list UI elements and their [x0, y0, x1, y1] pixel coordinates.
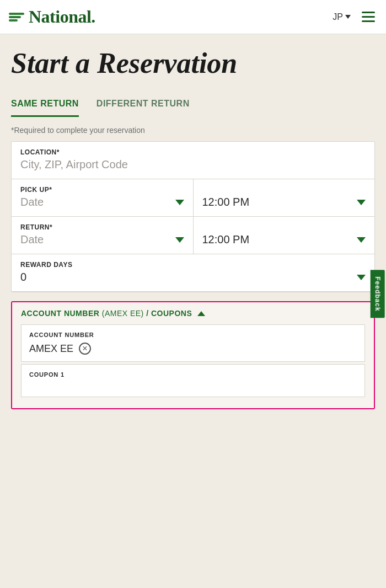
return-date-value: Date: [20, 233, 44, 246]
account-body: ACCOUNT NUMBER AMEX EE COUPON 1: [12, 324, 374, 408]
coupon1-field: COUPON 1: [21, 364, 365, 397]
pickup-date-value: Date: [20, 196, 44, 209]
account-section-toggle[interactable]: ACCOUNT NUMBER (AMEX EE) / COUPONS: [12, 302, 374, 324]
account-number-field: ACCOUNT NUMBER AMEX EE: [21, 324, 365, 362]
pickup-time-select[interactable]: 12:00 PM: [202, 196, 366, 209]
menu-button[interactable]: [360, 9, 377, 24]
return-time-label: [202, 223, 366, 231]
page-title-section: Start a Reservation: [0, 34, 386, 88]
header: National. JP: [0, 0, 386, 34]
account-number-value: AMEX EE: [29, 343, 73, 355]
clear-account-button[interactable]: [79, 343, 91, 355]
reward-days-chevron-icon: [357, 275, 366, 280]
return-date-field: RETURN* Date: [12, 217, 194, 254]
language-chevron-icon: [345, 15, 351, 19]
hamburger-line-icon: [362, 16, 375, 18]
return-time-select[interactable]: 12:00 PM: [202, 233, 366, 246]
pickup-row: PICK UP* Date 12:00 PM: [12, 179, 374, 217]
coupon1-label: COUPON 1: [29, 371, 357, 378]
page-title: Start a Reservation: [11, 47, 375, 79]
location-input[interactable]: [20, 158, 366, 171]
required-note: *Required to complete your reservation: [11, 126, 375, 135]
account-section: ACCOUNT NUMBER (AMEX EE) / COUPONS ACCOU…: [11, 301, 375, 409]
account-number-row: AMEX EE: [29, 343, 357, 355]
account-section-title: ACCOUNT NUMBER (AMEX EE) / COUPONS: [21, 309, 192, 318]
feedback-tab[interactable]: Feedback: [370, 270, 384, 318]
pickup-date-chevron-icon: [175, 200, 184, 205]
reservation-tabs: SAME RETURN DIFFERENT RETURN: [0, 92, 386, 117]
header-right: JP: [333, 9, 377, 24]
pickup-time-chevron-icon: [357, 200, 366, 205]
return-row: RETURN* Date 12:00 PM: [12, 217, 374, 254]
logo-text: National.: [29, 7, 95, 27]
reservation-form: *Required to complete your reservation L…: [0, 117, 386, 292]
pickup-time-label: [202, 186, 366, 194]
account-amex-subtitle: (AMEX EE): [102, 309, 144, 318]
return-time-value: 12:00 PM: [202, 233, 250, 246]
account-number-title: ACCOUNT NUMBER: [21, 309, 99, 318]
hamburger-line-icon: [362, 20, 375, 22]
account-section-chevron-icon: [197, 311, 205, 316]
return-date-select[interactable]: Date: [20, 233, 184, 246]
language-selector[interactable]: JP: [333, 12, 351, 22]
pickup-time-field: 12:00 PM: [194, 179, 375, 216]
reward-days-select[interactable]: 0: [20, 271, 366, 284]
reward-days-label: REWARD DAYS: [20, 261, 366, 269]
language-code: JP: [333, 12, 343, 22]
account-slash: /: [146, 309, 151, 318]
tabs-container: SAME RETURN DIFFERENT RETURN: [11, 92, 375, 117]
pickup-label: PICK UP*: [20, 186, 184, 194]
logo-waves-icon: [9, 13, 24, 22]
account-number-inner-label: ACCOUNT NUMBER: [29, 332, 357, 338]
return-label: RETURN*: [20, 223, 184, 231]
pickup-time-value: 12:00 PM: [202, 196, 250, 209]
coupons-title: COUPONS: [151, 309, 192, 318]
location-label: LOCATION*: [20, 148, 366, 156]
hamburger-line-icon: [362, 12, 375, 13]
return-time-chevron-icon: [357, 237, 366, 243]
tab-same-return[interactable]: SAME RETURN: [11, 92, 79, 117]
form-card: LOCATION* PICK UP* Date 12:00 PM: [11, 141, 375, 292]
return-date-chevron-icon: [175, 237, 184, 243]
pickup-date-select[interactable]: Date: [20, 196, 184, 209]
logo: National.: [9, 7, 95, 27]
pickup-date-field: PICK UP* Date: [12, 179, 194, 216]
tab-different-return[interactable]: DIFFERENT RETURN: [96, 92, 190, 117]
reward-days-field: REWARD DAYS 0: [12, 254, 374, 292]
reward-days-value: 0: [20, 271, 26, 284]
location-field: LOCATION*: [12, 142, 374, 179]
return-time-field: 12:00 PM: [194, 217, 375, 254]
